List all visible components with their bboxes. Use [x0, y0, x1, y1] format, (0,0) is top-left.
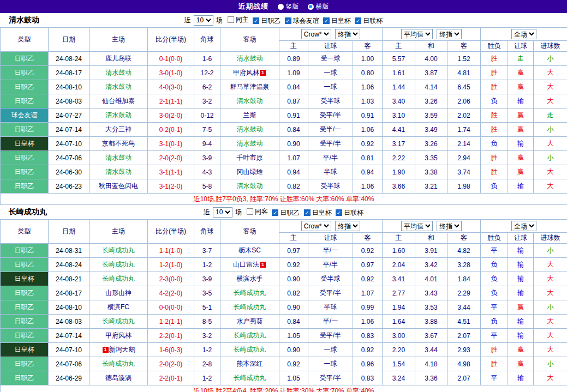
home-team[interactable]: 清水鼓动	[89, 151, 148, 165]
away-team[interactable]: 清水鼓动	[220, 94, 279, 108]
average-select[interactable]: 平均值	[401, 29, 433, 39]
away-team[interactable]: 山口雷法1	[220, 258, 279, 272]
score[interactable]: 2-2(0-1)	[148, 329, 194, 343]
score[interactable]: 2-2(0-1)	[148, 371, 194, 385]
average-select-cell: 平均值 终指	[383, 28, 481, 41]
home-team[interactable]: 长崎成功丸	[89, 272, 148, 286]
home-team[interactable]: 京都不死鸟	[89, 137, 148, 151]
away-team[interactable]: 水户蜀葵	[220, 315, 279, 329]
average-select[interactable]: 平均值	[401, 221, 433, 231]
score[interactable]: 1-1(1-0)	[148, 244, 194, 258]
home-team[interactable]: 长崎成功丸	[89, 357, 148, 371]
away-team[interactable]: 熊本深红	[220, 357, 279, 371]
away-team[interactable]: 千叶市原	[220, 151, 279, 165]
filter-item[interactable]: ✓ 日职乙	[272, 208, 300, 218]
checkbox-icon[interactable]: ✓	[304, 209, 311, 216]
home-team[interactable]: 仙台维加泰	[89, 94, 148, 108]
bookmaker-select[interactable]: Crow*	[301, 221, 331, 231]
away-team[interactable]: 长崎成功丸	[220, 329, 279, 343]
checkbox-icon[interactable]: ✓	[323, 17, 330, 24]
home-team[interactable]: 山形山神	[89, 286, 148, 300]
away-team[interactable]: 长崎成功丸	[220, 371, 279, 385]
score[interactable]: 3-1(1-1)	[148, 165, 194, 179]
filter-item[interactable]: ✓ 日联杯	[355, 16, 383, 26]
home-team[interactable]: 长崎成功丸	[89, 315, 148, 329]
away-team[interactable]: 清水鼓动	[220, 123, 279, 137]
handicap-stage-select[interactable]: 终指	[335, 221, 360, 231]
home-team[interactable]: 长崎成功丸	[89, 258, 148, 272]
score[interactable]: 2-3(0-0)	[148, 272, 194, 286]
score[interactable]: 2-0(2-0)	[148, 151, 194, 165]
score[interactable]: 0-0(0-0)	[148, 300, 194, 315]
score[interactable]: 0-1(0-0)	[148, 52, 194, 66]
corners: 12-2	[194, 66, 220, 80]
score[interactable]: 1-2(1-1)	[148, 315, 194, 329]
checkbox-icon[interactable]: ✓	[336, 209, 342, 216]
home-team[interactable]: 大分三神	[89, 123, 148, 137]
bookmaker-select[interactable]: Crow*	[301, 29, 331, 39]
score[interactable]: 3-1(2-0)	[148, 179, 194, 194]
checkbox-icon[interactable]	[247, 208, 253, 215]
score[interactable]: 3-1(0-1)	[148, 137, 194, 151]
horizontal-layout-radio[interactable]: 横版	[308, 2, 329, 11]
away-team[interactable]: 清水鼓动	[220, 52, 279, 66]
away-team[interactable]: 长崎成功丸	[220, 300, 279, 315]
away-team[interactable]: 长崎成功丸	[220, 286, 279, 300]
away-team[interactable]: 横滨水手	[220, 272, 279, 286]
corners: 5-1	[194, 300, 220, 315]
home-team[interactable]: 德岛漩涡	[89, 371, 148, 385]
recent-count-select[interactable]: 10	[194, 15, 213, 26]
handicap-home-odds: 0.94	[279, 165, 308, 179]
score[interactable]: 2-0(2-0)	[148, 357, 194, 371]
recent-count-select[interactable]: 10	[213, 207, 232, 218]
score[interactable]: 2-1(1-1)	[148, 94, 194, 108]
home-team[interactable]: 鹿儿岛联	[89, 52, 148, 66]
radio-icon[interactable]	[278, 4, 284, 10]
away-team[interactable]: 群马草津温泉	[220, 80, 279, 94]
home-team[interactable]: 清水鼓动	[89, 80, 148, 94]
checkbox-icon[interactable]: ✓	[253, 17, 259, 24]
score[interactable]: 1-2(1-0)	[148, 258, 194, 272]
away-team[interactable]: 冈山绿雉	[220, 165, 279, 179]
filter-item[interactable]: ✓ 日皇杯	[304, 208, 332, 218]
vertical-layout-radio[interactable]: 竖版	[278, 2, 299, 11]
average-stage-select[interactable]: 终指	[437, 29, 462, 39]
handicap-stage-select[interactable]: 终指	[335, 29, 360, 39]
home-team[interactable]: 清水鼓动	[89, 165, 148, 179]
score[interactable]: 4-2(2-0)	[148, 286, 194, 300]
result-outcome: 胜	[481, 165, 508, 179]
home-team[interactable]: 清水鼓动	[89, 108, 148, 123]
filter-item[interactable]: ✓ 日联杯	[336, 208, 363, 218]
score[interactable]: 3-0(1-0)	[148, 66, 194, 80]
home-team[interactable]: 秋田蓝色闪电	[89, 179, 148, 194]
filter-item[interactable]: 同主	[228, 15, 249, 25]
average-stage-select[interactable]: 终指	[437, 221, 462, 231]
filter-item[interactable]: 同客	[247, 207, 268, 216]
away-team[interactable]: 清水鼓动	[220, 179, 279, 194]
away-team[interactable]: 长崎成功丸	[220, 343, 279, 357]
checkbox-icon[interactable]	[228, 16, 234, 23]
away-team[interactable]: 兰斯	[220, 108, 279, 123]
home-team[interactable]: 长崎成功丸	[89, 244, 148, 258]
scope-select[interactable]: 全场	[511, 221, 536, 231]
corners: 1-2	[194, 371, 220, 385]
filter-item[interactable]: ✓ 球会友谊	[285, 16, 319, 26]
away-team[interactable]: 清水鼓动	[220, 137, 279, 151]
score[interactable]: 3-0(2-0)	[148, 108, 194, 123]
score[interactable]: 1-6(0-3)	[148, 343, 194, 357]
filter-item[interactable]: ✓ 日职乙	[253, 16, 280, 26]
away-team[interactable]: 甲府风林1	[220, 66, 279, 80]
score[interactable]: 0-2(0-1)	[148, 123, 194, 137]
checkbox-icon[interactable]: ✓	[355, 17, 361, 24]
scope-select[interactable]: 全场	[511, 29, 536, 39]
checkbox-icon[interactable]: ✓	[285, 17, 291, 24]
away-team[interactable]: 枥木SC	[220, 244, 279, 258]
radio-icon[interactable]	[308, 4, 314, 10]
home-team[interactable]: 清水鼓动	[89, 66, 148, 80]
checkbox-icon[interactable]: ✓	[272, 209, 278, 216]
home-team[interactable]: 甲府风林	[89, 329, 148, 343]
filter-item[interactable]: ✓ 日皇杯	[323, 16, 351, 26]
home-team[interactable]: 1新泻天鹅	[89, 343, 148, 357]
score[interactable]: 4-0(3-0)	[148, 80, 194, 94]
home-team[interactable]: 横滨FC	[89, 300, 148, 315]
